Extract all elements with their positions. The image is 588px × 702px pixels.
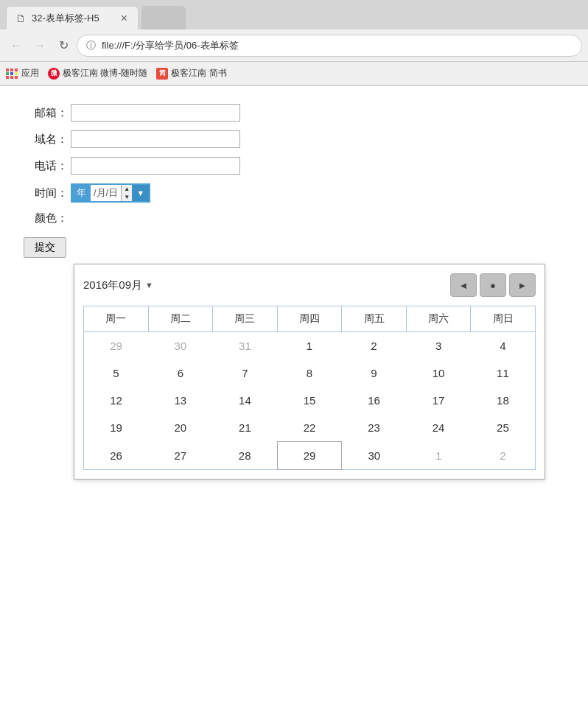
bookmark-apps-label: 应用 [21, 67, 39, 80]
time-rest: /月/日 [91, 185, 121, 201]
refresh-icon: ↻ [59, 38, 69, 52]
color-row: 颜色： [24, 211, 564, 225]
calendar-day[interactable]: 15 [277, 387, 342, 414]
calendar-month-label: 2016年09月 [83, 278, 142, 292]
calendar-day[interactable]: 20 [148, 414, 213, 442]
calendar-day[interactable]: 29 [84, 332, 149, 360]
calendar-today-button[interactable]: ● [480, 273, 506, 297]
calendar-day[interactable]: 26 [84, 442, 149, 470]
calendar-day[interactable]: 22 [277, 414, 342, 442]
calendar-nav-buttons: ◄ ● ► [450, 273, 536, 297]
domain-row: 域名： [24, 130, 564, 148]
time-spinner-down[interactable]: ▼ [122, 193, 132, 201]
weekday-fri: 周五 [342, 306, 407, 332]
tab-close-button[interactable]: × [119, 12, 129, 25]
domain-input[interactable] [71, 130, 240, 148]
calendar-day[interactable]: 14 [213, 387, 278, 414]
calendar-day[interactable]: 30 [148, 332, 213, 360]
calendar-day[interactable]: 27 [148, 442, 213, 470]
calendar-day[interactable]: 13 [148, 387, 213, 414]
time-spinner-up[interactable]: ▲ [122, 185, 132, 193]
calendar-day[interactable]: 7 [213, 359, 278, 387]
browser-chrome: 🗋 32-表单标签-H5 × ← → ↻ ⓘ file:///F:/分享给学员/… [0, 0, 588, 86]
calendar-day[interactable]: 9 [342, 359, 407, 387]
email-row: 邮箱： [24, 104, 564, 122]
calendar-week-0: 2930311234 [84, 332, 536, 360]
calendar-day[interactable]: 23 [342, 414, 407, 442]
calendar-day[interactable]: 19 [84, 414, 149, 442]
calendar-day[interactable]: 18 [471, 387, 536, 414]
jianshu-icon: 简 [156, 68, 168, 80]
time-input-container[interactable]: 年 /月/日 ▲ ▼ ▼ [71, 183, 150, 203]
email-label: 邮箱： [24, 106, 68, 120]
page-content: 邮箱： 域名： 电话： 时间： 年 /月/日 ▲ ▼ ▼ 颜色： 提交 [0, 86, 588, 702]
weekday-wed: 周三 [213, 306, 278, 332]
calendar-day[interactable]: 1 [277, 332, 342, 360]
email-input[interactable] [71, 104, 240, 122]
submit-button[interactable]: 提交 [24, 237, 66, 258]
calendar-day[interactable]: 28 [213, 442, 278, 470]
calendar-day[interactable]: 31 [213, 332, 278, 360]
bookmark-jianshu-label: 极客江南 简书 [171, 67, 226, 80]
calendar-day[interactable]: 29 [277, 442, 342, 470]
apps-icon [6, 69, 18, 79]
calendar-day[interactable]: 1 [406, 442, 471, 470]
calendar-day[interactable]: 25 [471, 414, 536, 442]
calendar-day[interactable]: 2 [471, 442, 536, 470]
calendar-day[interactable]: 17 [406, 387, 471, 414]
active-tab[interactable]: 🗋 32-表单标签-H5 × [6, 6, 139, 29]
submit-row: 提交 [24, 237, 564, 258]
bookmark-jianshu[interactable]: 简 极客江南 简书 [156, 67, 226, 80]
refresh-button[interactable]: ↻ [53, 35, 74, 56]
forward-icon: → [34, 39, 46, 52]
time-spinner[interactable]: ▲ ▼ [121, 185, 132, 201]
calendar-day[interactable]: 10 [406, 359, 471, 387]
calendar-day[interactable]: 12 [84, 387, 149, 414]
time-row: 时间： 年 /月/日 ▲ ▼ ▼ [24, 183, 564, 203]
calendar-next-button[interactable]: ► [509, 273, 536, 297]
weekday-mon: 周一 [84, 306, 149, 332]
weekday-thu: 周四 [277, 306, 342, 332]
calendar-week-3: 19202122232425 [84, 414, 536, 442]
calendar-header: 2016年09月 ▼ ◄ ● ► [83, 273, 536, 297]
new-tab-area[interactable] [141, 6, 186, 29]
calendar-weekday-row: 周一 周二 周三 周四 周五 周六 周日 [84, 306, 536, 332]
nav-bar: ← → ↻ ⓘ file:///F:/分享给学员/06-表单标签 [0, 29, 588, 62]
calendar-day[interactable]: 2 [342, 332, 407, 360]
phone-row: 电话： [24, 157, 564, 175]
calendar-table: 周一 周二 周三 周四 周五 周六 周日 2930311234567891011… [83, 306, 536, 470]
calendar-day[interactable]: 30 [342, 442, 407, 470]
calendar-day[interactable]: 11 [471, 359, 536, 387]
back-icon: ← [10, 39, 22, 52]
color-label: 颜色： [24, 211, 68, 225]
calendar-day[interactable]: 16 [342, 387, 407, 414]
calendar-week-4: 262728293012 [84, 442, 536, 470]
phone-input[interactable] [71, 157, 240, 175]
calendar-prev-button[interactable]: ◄ [450, 273, 477, 297]
weekday-sat: 周六 [406, 306, 471, 332]
tab-title: 32-表单标签-H5 [32, 12, 99, 25]
address-bar[interactable]: ⓘ file:///F:/分享给学员/06-表单标签 [77, 35, 582, 57]
bookmark-weibo-label: 极客江南 微博-随时随 [63, 67, 147, 80]
bookmark-apps[interactable]: 应用 [6, 67, 39, 80]
calendar-day[interactable]: 8 [277, 359, 342, 387]
calendar-day[interactable]: 6 [148, 359, 213, 387]
calendar-day[interactable]: 4 [471, 332, 536, 360]
calendar-day[interactable]: 24 [406, 414, 471, 442]
weekday-sun: 周日 [471, 306, 536, 332]
calendar-week-2: 12131415161718 [84, 387, 536, 414]
tab-icon: 🗋 [15, 13, 26, 24]
time-dropdown-button[interactable]: ▼ [132, 185, 149, 201]
forward-button[interactable]: → [29, 35, 50, 56]
calendar-dropdown-arrow[interactable]: ▼ [145, 281, 153, 289]
calendar-day[interactable]: 5 [84, 359, 149, 387]
calendar-day[interactable]: 21 [213, 414, 278, 442]
time-year: 年 [72, 185, 91, 201]
weibo-icon: 微 [48, 68, 60, 80]
back-button[interactable]: ← [6, 35, 27, 56]
info-icon: ⓘ [86, 39, 96, 52]
address-url: file:///F:/分享给学员/06-表单标签 [102, 39, 239, 52]
calendar-day[interactable]: 3 [406, 332, 471, 360]
bookmark-weibo[interactable]: 微 极客江南 微博-随时随 [48, 67, 147, 80]
bookmarks-bar: 应用 微 极客江南 微博-随时随 简 极客江南 简书 [0, 62, 588, 85]
